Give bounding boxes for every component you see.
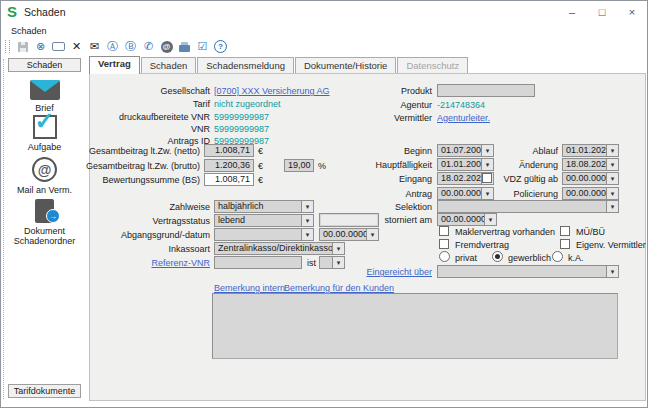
hauptfaelligkeit-select[interactable]: 01.01.2005▾ [437,158,494,171]
agentur-label: Agentur [320,99,432,111]
policierung-select[interactable]: 00.00.0000▾ [562,187,619,200]
fremdvertrag-checkbox[interactable] [439,239,449,249]
mue-bue-label: MÜ/BÜ [576,226,605,238]
referenz-vnr-link[interactable]: Referenz-VNR [90,257,210,269]
menu-schaden[interactable]: Schaden [8,26,50,36]
email-at-icon[interactable]: @ [159,39,174,54]
gesellschaft-link[interactable]: [0700] XXX Versicherung AG [214,85,330,97]
gewerblich-radio[interactable] [492,251,503,262]
vdz-checkbox[interactable] [482,173,492,183]
sidebar-item-aufgabe[interactable]: ✓ Aufgabe [1,115,88,152]
vdz-select[interactable]: 00.00.0000▾ [562,172,619,185]
mail-icon[interactable]: ✉ [87,39,102,54]
ablauf-select[interactable]: 01.01.2022▾ [562,144,619,157]
arrow-icon: → [46,209,60,223]
save-icon[interactable] [15,39,30,54]
tab-schaden[interactable]: Schaden [141,57,197,74]
toolbar-drag-handle[interactable] [5,40,10,53]
tax-field: 19,00 [284,159,314,172]
tab-vertrag[interactable]: Vertrag [89,56,140,74]
help-icon[interactable]: ? [213,39,228,54]
vermittler-link[interactable]: Agenturleiter. [437,112,490,124]
zahlweise-select[interactable]: halbjährlich▾ [214,200,314,213]
vertragsstatus-select[interactable]: lebend▾ [214,214,314,227]
toolbar: ⊗ ✕ ✉ Ⓐ Ⓑ ✆ @ ☑ ? [1,38,647,55]
sidebar-item-label: Dokument Schadenordner [1,226,88,246]
chevron-down-icon[interactable]: ▾ [301,228,314,241]
window-title: Schaden [24,6,65,18]
produkt-field [437,84,535,97]
tab-dokumente-historie[interactable]: Dokumente/Historie [295,57,396,74]
chevron-down-icon[interactable]: ▾ [366,228,379,241]
sidebar-item-mail-an-verm[interactable]: @ Mail an Verm. [1,157,88,195]
agentur-value: -214748364 [437,99,485,111]
storniert-am-label: storniert am [320,214,432,226]
maximize-button[interactable]: □ [587,1,617,23]
netto-label: Gesamtbeitrag lt.Zw. (netto) [80,145,200,157]
beginn-select[interactable]: 01.07.2004▾ [437,144,494,157]
selektion-select[interactable]: ▾ [437,200,619,213]
font-b-icon[interactable]: Ⓑ [123,39,138,54]
vertrag-tab-panel: Gesellschaft [0700] XXX Versicherung AG … [89,73,646,401]
fremdvertrag-label: Fremdvertrag [455,239,509,251]
menu-bar: Schaden [1,23,647,38]
bemerkung-textarea[interactable] [212,293,618,359]
vertragsstatus-label: Vertragsstatus [90,215,210,227]
chevron-down-icon[interactable]: ▾ [301,200,314,213]
produkt-label: Produkt [320,85,432,97]
sidebar-item-label: Mail an Verm. [17,185,72,195]
policierung-label: Policierung [500,188,558,200]
eingang-label: Eingang [320,173,432,185]
gewerblich-label: gewerblich [508,252,551,264]
beginn-label: Beginn [320,145,432,157]
note-icon[interactable] [51,39,66,54]
sidebar-item-dokument-schadenordner[interactable]: → Dokument Schadenordner [1,199,88,246]
chevron-down-icon[interactable]: ▾ [481,144,494,157]
chevron-down-icon[interactable]: ▾ [606,187,619,200]
tab-schadensmeldung[interactable]: Schadensmeldung [197,57,294,74]
app-logo-icon: S [7,1,17,23]
ablauf-label: Ablauf [500,145,558,157]
print-icon[interactable] [177,39,192,54]
aenderung-select[interactable]: 18.08.2021▾ [562,158,619,171]
eingereicht-ueber-select[interactable]: ▾ [437,265,619,278]
maklervertrag-checkbox[interactable] [439,226,449,236]
eigenv-vermittler-checkbox[interactable] [560,239,570,249]
referenz-vnr-field[interactable] [214,256,302,269]
minimize-button[interactable]: – [557,1,587,23]
chevron-down-icon[interactable]: ▾ [606,144,619,157]
bewertung-field[interactable]: 1.008,71 [204,173,254,186]
abgangsgrund-select[interactable]: ▾ [214,228,314,241]
druck-vnr-label: druckaufbereitete VNR [90,111,210,123]
abgangsgrund-label: Abgangsgrund/-datum [90,229,210,241]
eingereicht-ueber-link[interactable]: Eingereicht über [320,266,432,278]
storniert-am-select[interactable]: 00.00.0000▾ [437,213,497,226]
antrag-label: Antrag [320,188,432,200]
close-button[interactable]: × [617,1,647,23]
eigenv-vermittler-label: Eigenv. Vermittler [576,239,646,251]
selektion-label: Selektion [320,201,432,213]
chevron-down-icon[interactable]: ▾ [606,172,619,185]
abgangsdatum-select[interactable]: 00.00.0000▾ [319,228,379,241]
cancel-icon[interactable]: ⊗ [33,39,48,54]
ka-radio[interactable] [552,251,563,262]
inkassoart-select[interactable]: Zentralinkasso/Direktinkasso▾ [214,242,345,255]
tarif-value: nicht zugeordnet [214,98,281,110]
chevron-down-icon[interactable]: ▾ [481,187,494,200]
antrag-select[interactable]: 00.00.0000▾ [437,187,494,200]
font-a-icon[interactable]: Ⓐ [105,39,120,54]
chevron-down-icon[interactable]: ▾ [301,214,314,227]
mue-bue-checkbox[interactable] [560,226,570,236]
chevron-down-icon[interactable]: ▾ [606,265,619,278]
phone-icon[interactable]: ✆ [141,39,156,54]
chevron-down-icon[interactable]: ▾ [606,158,619,171]
tasks-icon[interactable]: ☑ [195,39,210,54]
chevron-down-icon[interactable]: ▾ [332,242,345,255]
chevron-down-icon[interactable]: ▾ [481,158,494,171]
chevron-down-icon[interactable]: ▾ [606,200,619,213]
sidebar-header-button[interactable]: Schaden [8,58,81,72]
privat-radio[interactable] [439,251,450,262]
chevron-down-icon[interactable]: ▾ [484,213,497,226]
delete-icon[interactable]: ✕ [69,39,84,54]
tarifdokumente-button[interactable]: Tarifdokumente [8,384,81,398]
